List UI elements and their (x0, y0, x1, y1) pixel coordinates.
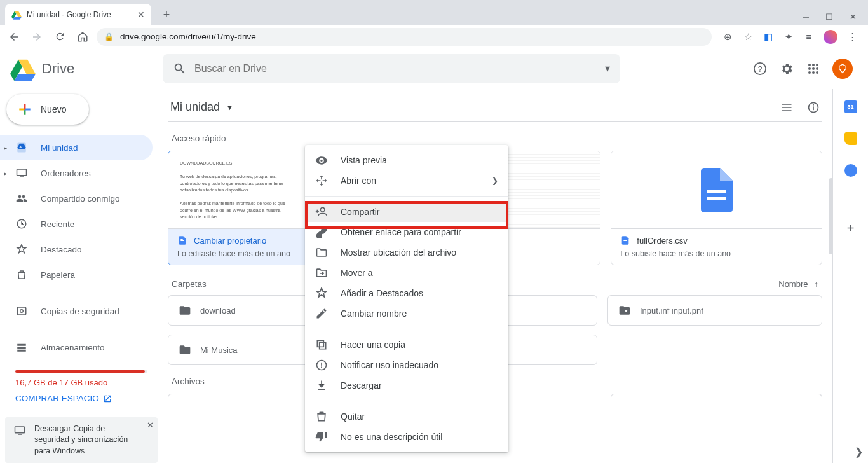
report-icon (315, 359, 328, 371)
ctx-move-to[interactable]: Mover a (305, 263, 508, 283)
back-button[interactable] (5, 28, 23, 46)
search-bar[interactable]: ▾ (163, 54, 620, 83)
svg-rect-24 (707, 190, 726, 193)
forward-button[interactable] (28, 28, 46, 46)
maximize-icon[interactable]: ☐ (825, 12, 833, 22)
bookmark-icon[interactable]: ☆ (742, 31, 754, 43)
folders-label: Carpetas (172, 279, 207, 289)
svg-point-10 (816, 71, 818, 74)
svg-rect-32 (321, 363, 322, 366)
browser-toolbar: 🔒 drive.google.com/drive/u/1/my-drive ⊕ … (0, 25, 868, 48)
svg-point-33 (321, 366, 322, 368)
ctx-add-star[interactable]: Añadir a Destacados (305, 283, 508, 303)
svg-point-4 (816, 64, 818, 66)
browser-tab[interactable]: Mi unidad - Google Drive ✕ (5, 4, 151, 25)
download-icon (315, 379, 328, 392)
tab-close-icon[interactable]: ✕ (137, 10, 145, 20)
nav-backups[interactable]: Copias de seguridad (0, 298, 153, 324)
extension-icon[interactable]: ◧ (763, 31, 774, 43)
ctx-get-link[interactable]: Obtener enlace para compartir (305, 222, 508, 242)
nav-storage[interactable]: Almacenamiento (0, 335, 153, 360)
ctx-make-copy[interactable]: Hacer una copia (305, 335, 508, 355)
search-dropdown-icon[interactable]: ▾ (605, 62, 610, 74)
copy-icon (315, 338, 328, 351)
backup-toast[interactable]: Descargar Copia de seguridad y sincroniz… (5, 417, 158, 464)
folder-icon (179, 343, 191, 356)
caret-icon[interactable]: ▸ (4, 170, 7, 177)
card-thumbnail (611, 151, 822, 229)
profile-avatar[interactable] (824, 30, 837, 44)
ctx-show-location[interactable]: Mostrar ubicación del archivo (305, 242, 508, 263)
add-addon-icon[interactable]: + (847, 221, 855, 236)
path-root[interactable]: Mi unidad (170, 100, 220, 114)
account-avatar[interactable] (832, 59, 853, 79)
thumb-down-icon (315, 431, 328, 443)
ctx-share[interactable]: Compartir (305, 202, 508, 222)
apps-icon[interactable] (806, 61, 821, 76)
ctx-report[interactable]: Notificar uso inadecuado (305, 355, 508, 375)
tasks-icon[interactable] (844, 164, 857, 177)
svg-rect-25 (707, 197, 726, 200)
ctx-rename[interactable]: Cambiar nombre (305, 303, 508, 324)
ctx-preview[interactable]: Vista previa (305, 150, 508, 170)
tab-title: Mi unidad - Google Drive (27, 10, 111, 19)
nav-trash[interactable]: Papelera (0, 262, 153, 287)
sidebar-nav: ▸ Mi unidad ▸ Ordenadores Compartido con… (0, 135, 163, 403)
svg-rect-29 (320, 343, 326, 349)
new-tab-button[interactable]: + (158, 6, 175, 24)
svg-rect-22 (813, 106, 814, 110)
minimize-icon[interactable]: ─ (803, 12, 809, 22)
close-icon[interactable]: ✕ (850, 12, 857, 22)
address-bar[interactable]: 🔒 drive.google.com/drive/u/1/my-drive (97, 28, 712, 46)
expand-rail-icon[interactable]: ❯ (855, 446, 863, 458)
puzzle-icon[interactable]: ✦ (783, 31, 794, 43)
app-name: Drive (42, 60, 74, 77)
sort-by-name[interactable]: Nombre ↑ (778, 279, 818, 289)
computers-icon (15, 167, 28, 179)
drive-favicon (11, 10, 22, 20)
keep-icon[interactable] (844, 132, 857, 145)
svg-rect-18 (17, 350, 26, 352)
ctx-not-useful[interactable]: No es una descripción útil (305, 427, 508, 447)
home-button[interactable] (74, 28, 92, 46)
toast-close-icon[interactable]: ✕ (147, 420, 154, 431)
drive-logo[interactable]: Drive (10, 56, 163, 81)
reading-list-icon[interactable]: ≡ (803, 31, 815, 43)
zoom-icon[interactable]: ⊕ (722, 31, 733, 43)
browser-tab-strip: Mi unidad - Google Drive ✕ + ─ ☐ ✕ (0, 0, 868, 25)
nav-recent[interactable]: Reciente (0, 211, 153, 237)
search-input[interactable] (194, 63, 605, 74)
ctx-open-with[interactable]: Abrir con❯ (305, 170, 508, 191)
star-icon (15, 244, 28, 255)
new-label: Nuevo (41, 104, 66, 114)
nav-my-drive[interactable]: ▸ Mi unidad (0, 135, 153, 160)
nav-shared[interactable]: Compartido conmigo (0, 186, 153, 211)
file-card[interactable] (611, 394, 822, 406)
menu-icon[interactable]: ⋮ (846, 31, 858, 43)
star-icon (315, 287, 328, 300)
nav-computers[interactable]: ▸ Ordenadores (0, 160, 153, 186)
svg-rect-12 (20, 176, 24, 177)
caret-icon[interactable]: ▸ (4, 144, 7, 151)
quick-access-card[interactable]: fullOrders.csv Lo subiste hace más de un… (611, 151, 822, 265)
path-dropdown-icon[interactable]: ▼ (226, 104, 233, 111)
list-view-icon[interactable] (780, 101, 793, 114)
buy-storage-link[interactable]: COMPRAR ESPACIO (15, 394, 163, 403)
reload-button[interactable] (51, 28, 69, 46)
link-icon (315, 226, 328, 238)
storage-used-text: 16,7 GB de 17 GB usado (15, 378, 163, 387)
details-icon[interactable] (807, 101, 820, 114)
calendar-icon[interactable]: 31 (844, 100, 857, 113)
new-button[interactable]: Nuevo (6, 94, 89, 125)
desktop-icon (14, 425, 25, 436)
folder-card[interactable]: Input.inf input.pnf (607, 295, 822, 326)
svg-point-6 (812, 67, 815, 70)
help-icon[interactable]: ? (752, 61, 768, 76)
settings-icon[interactable] (779, 61, 794, 76)
ctx-remove[interactable]: Quitar (305, 406, 508, 427)
svg-rect-16 (17, 344, 26, 346)
scrollbar[interactable] (829, 178, 832, 254)
ctx-download[interactable]: Descargar (305, 375, 508, 396)
nav-starred[interactable]: Destacado (0, 237, 153, 262)
move-icon (315, 266, 328, 279)
